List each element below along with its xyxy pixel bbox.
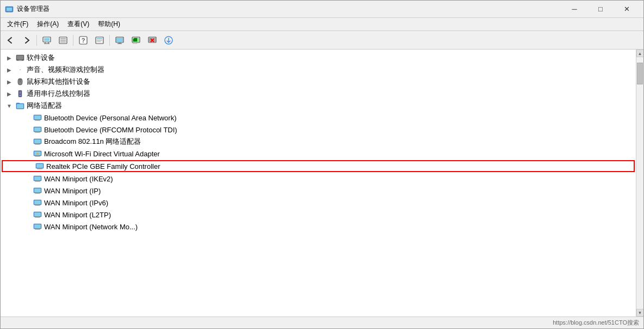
bt-rfcomm-label: Bluetooth Device (RFCOMM Protocol TDI)	[44, 126, 177, 134]
remove-icon	[148, 36, 157, 45]
svg-rect-78	[36, 204, 39, 205]
menu-view[interactable]: 查看(V)	[63, 19, 94, 30]
wan-nm-label: WAN Miniport (Network Mo...)	[44, 223, 138, 231]
svg-point-41	[19, 79, 21, 80]
scroll-up-button[interactable]: ▲	[636, 50, 644, 57]
svg-rect-35	[17, 60, 23, 61]
tree-item-wan-ipv6[interactable]: ▶ WAN Miniport (IPv6)	[1, 197, 636, 209]
network-adapter-bt-rfcomm-icon	[33, 125, 42, 134]
tree-item-ms-wifi[interactable]: ▶ Microsoft Wi-Fi Direct Virtual Adapter	[1, 148, 636, 160]
scroll-down-button[interactable]: ▼	[636, 309, 644, 316]
scroll-thumb[interactable]	[637, 63, 643, 84]
usb-icon	[16, 89, 24, 98]
tree-item-usb[interactable]: ▶ 通用串行总线控制器	[1, 88, 636, 100]
computer-view-button[interactable]	[39, 33, 54, 47]
scan-button[interactable]	[128, 33, 144, 47]
svg-rect-54	[36, 131, 39, 132]
properties-button[interactable]	[92, 33, 107, 47]
svg-rect-65	[36, 164, 43, 168]
expander-usb[interactable]: ▶	[5, 89, 14, 98]
network-adapter-wan-l2tp-icon	[33, 210, 42, 219]
device-manager-window: 设备管理器 ─ □ ✕ 文件(F) 操作(A) 查看(V) 帮助(H)	[0, 0, 644, 329]
window-title: 设备管理器	[17, 4, 562, 14]
tree-item-network-adapters[interactable]: ▼ 网络适配器	[1, 100, 636, 112]
tree-item-bt-pan[interactable]: ▶ Bluetooth Device (Personal Area Networ…	[1, 112, 636, 124]
menu-bar: 文件(F) 操作(A) 查看(V) 帮助(H)	[1, 18, 643, 31]
svg-rect-86	[36, 228, 39, 229]
tree-item-software-devices[interactable]: ▶ 软件设备	[1, 52, 636, 64]
menu-help[interactable]: 帮助(H)	[94, 19, 125, 30]
audio-label: 声音、视频和游戏控制器	[27, 65, 104, 75]
audio-icon	[16, 65, 24, 74]
network-adapter-wan-nm-icon	[33, 222, 42, 231]
svg-rect-66	[38, 168, 41, 169]
tree-item-wan-ikev2[interactable]: ▶ WAN Miniport (IKEv2)	[1, 173, 636, 185]
tree-item-wan-ip[interactable]: ▶ WAN Miniport (IP)	[1, 185, 636, 197]
svg-rect-47	[17, 104, 23, 108]
wan-ikev2-label: WAN Miniport (IKEv2)	[44, 175, 113, 183]
svg-point-38	[20, 69, 21, 70]
menu-action[interactable]: 操作(A)	[33, 19, 63, 30]
mouse-label: 鼠标和其他指针设备	[27, 77, 90, 87]
forward-icon	[22, 36, 31, 45]
svg-rect-69	[34, 176, 41, 180]
close-button[interactable]: ✕	[614, 2, 639, 16]
svg-rect-62	[36, 155, 39, 156]
svg-rect-53	[34, 127, 41, 131]
monitor-icon	[115, 36, 124, 45]
network-adapter-wan-ikev2-icon	[33, 174, 42, 183]
toolbar-sep-1	[36, 35, 37, 46]
update-button[interactable]	[161, 33, 176, 47]
help-button[interactable]: ?	[76, 33, 91, 47]
network-adapter-wan-ip-icon	[33, 186, 42, 195]
toolbar: ?	[1, 31, 643, 50]
network-adapter-bt-pan-icon	[33, 113, 42, 122]
tree-item-wan-l2tp[interactable]: ▶ WAN Miniport (L2TP)	[1, 209, 636, 221]
tree-item-broadcom[interactable]: ▶ Broadcom 802.11n 网络适配器	[1, 136, 636, 148]
expander-software[interactable]: ▶	[5, 53, 14, 62]
vertical-scrollbar[interactable]: ▲ ▼	[636, 50, 643, 316]
software-devices-label: 软件设备	[27, 53, 55, 63]
tree-item-bt-rfcomm[interactable]: ▶ Bluetooth Device (RFCOMM Protocol TDI)	[1, 124, 636, 136]
expander-network[interactable]: ▼	[5, 101, 14, 110]
scroll-track[interactable]	[636, 57, 643, 309]
tree-item-realtek[interactable]: ▶ Realtek PCIe GBE Family Controller	[2, 160, 635, 172]
monitor-button[interactable]	[112, 33, 127, 47]
expander-mouse[interactable]: ▶	[5, 77, 14, 86]
window-controls: ─ □ ✕	[562, 2, 639, 16]
menu-file[interactable]: 文件(F)	[3, 19, 33, 30]
properties-icon	[95, 36, 104, 45]
svg-rect-70	[36, 180, 39, 181]
list-view-button[interactable]	[55, 33, 71, 47]
back-button[interactable]	[3, 33, 18, 47]
svg-rect-73	[34, 188, 41, 192]
software-devices-icon	[16, 53, 24, 62]
svg-rect-1	[7, 8, 12, 11]
svg-rect-20	[116, 38, 123, 42]
broadcom-label: Broadcom 802.11n 网络适配器	[44, 137, 141, 147]
svg-rect-82	[36, 216, 39, 217]
tree-item-wan-nm[interactable]: ▶ WAN Miniport (Network Mo...)	[1, 221, 636, 233]
svg-rect-57	[34, 139, 41, 143]
maximize-button[interactable]: □	[588, 2, 613, 16]
tree-item-audio[interactable]: ▶ 声音、视频和游戏控制器	[1, 64, 636, 76]
forward-button[interactable]	[19, 33, 34, 47]
device-tree[interactable]: ▶ 软件设备 ▶	[1, 50, 636, 316]
network-folder-icon	[16, 101, 24, 110]
expander-audio[interactable]: ▶	[5, 65, 14, 74]
network-adapter-wan-ipv6-icon	[33, 198, 42, 207]
status-text: https://blog.csdn.net/51CTO搜索	[553, 319, 639, 327]
minimize-button[interactable]: ─	[562, 2, 587, 16]
remove-button[interactable]	[145, 33, 160, 47]
svg-text:?: ?	[82, 37, 85, 44]
help-icon: ?	[79, 36, 88, 45]
network-adapter-broadcom-icon	[33, 137, 42, 146]
tree-item-mouse[interactable]: ▶ 鼠标和其他指针设备	[1, 76, 636, 88]
status-bar: https://blog.csdn.net/51CTO搜索	[1, 316, 643, 328]
wan-ipv6-label: WAN Miniport (IPv6)	[44, 199, 108, 207]
main-content: ▶ 软件设备 ▶	[1, 50, 643, 316]
wan-l2tp-label: WAN Miniport (L2TP)	[44, 211, 111, 219]
svg-rect-33	[17, 56, 23, 59]
window-icon	[5, 5, 14, 14]
bt-pan-label: Bluetooth Device (Personal Area Network)	[44, 114, 177, 122]
